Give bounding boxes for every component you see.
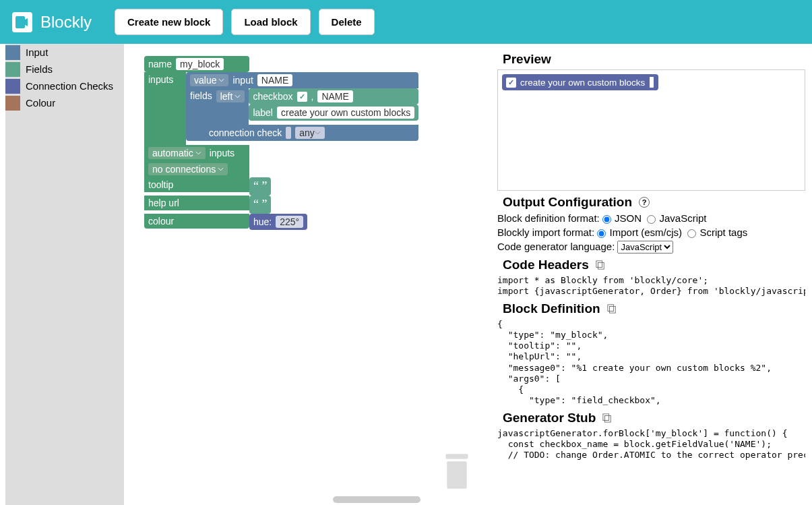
blockly-logo-icon [12, 12, 32, 32]
checkbox-field-block[interactable]: checkbox ✓ , NAME [249, 88, 418, 105]
hue-value-field[interactable]: 225° [276, 216, 303, 228]
block-name-field[interactable]: my_block [176, 58, 224, 70]
value-dropdown[interactable]: value [190, 74, 228, 86]
svg-rect-4 [609, 306, 615, 313]
svg-rect-7 [603, 413, 609, 420]
delete-button[interactable]: Delete [319, 9, 375, 35]
trash-icon[interactable] [442, 454, 472, 492]
copy-icon[interactable] [596, 260, 605, 270]
toolbox-item-input[interactable]: Input [5, 44, 124, 61]
create-block-button[interactable]: Create new block [115, 9, 223, 35]
preview-block[interactable]: ✓ create your own custom blocks [502, 74, 658, 90]
scroll-thumb-x[interactable] [333, 496, 420, 503]
brand-name: Blockly [40, 13, 92, 32]
toolbox-item-fields[interactable]: Fields [5, 61, 124, 78]
helpurl-text-block[interactable]: “ ” [249, 196, 271, 214]
help-icon[interactable]: ? [639, 197, 650, 208]
factory-block[interactable]: namemy_block inputs value input NAME fie… [144, 56, 418, 230]
connection-slot-icon [286, 127, 291, 139]
fields-align-dropdown[interactable]: left [216, 90, 245, 102]
radio-import-esm[interactable]: Import (esm/cjs) [597, 227, 682, 238]
load-block-button[interactable]: Load block [231, 9, 310, 35]
generator-language-select[interactable]: JavaScript [617, 241, 673, 254]
toolbox-item-colour[interactable]: Colour [5, 94, 124, 111]
checkbox-icon[interactable]: ✓ [297, 92, 307, 102]
copy-icon[interactable] [607, 304, 617, 314]
svg-rect-2 [598, 263, 604, 270]
swatch-icon [5, 96, 20, 111]
checkbox-icon[interactable]: ✓ [506, 78, 516, 88]
input-name-field[interactable]: NAME [257, 74, 292, 86]
copy-icon[interactable] [602, 413, 612, 423]
svg-rect-6 [605, 415, 611, 422]
header-bar: Blockly Create new block Load block Dele… [0, 0, 812, 44]
block-definition-code[interactable]: { "type": "my_block", "tooltip": "", "he… [497, 319, 805, 407]
generator-stub-title: Generator Stub [503, 411, 805, 425]
swatch-icon [5, 62, 20, 77]
output-config-title: Output Configuration ? [503, 195, 805, 210]
any-dropdown[interactable]: any [295, 127, 325, 139]
workspace[interactable]: namemy_block inputs value input NAME fie… [124, 44, 491, 505]
preview-title: Preview [503, 52, 805, 67]
svg-rect-1 [447, 461, 466, 488]
label-text-field[interactable]: create your own custom blocks [277, 107, 414, 119]
toolbox: Input Fields Connection Checks Colour [0, 44, 124, 505]
editor-column: Input Fields Connection Checks Colour na… [0, 44, 491, 505]
radio-javascript[interactable]: JavaScript [647, 212, 706, 224]
svg-rect-0 [446, 454, 468, 458]
auto-dropdown[interactable]: automatic [148, 147, 206, 159]
block-definition-title: Block Definition [503, 301, 805, 316]
output-panel: Preview ✓ create your own custom blocks … [491, 44, 812, 505]
radio-script-tags[interactable]: Script tags [687, 227, 747, 238]
value-slot-icon [649, 76, 654, 88]
radio-json[interactable]: JSON [602, 212, 642, 224]
svg-rect-5 [608, 304, 614, 311]
swatch-icon [5, 79, 20, 94]
code-headers-title: Code Headers [503, 258, 805, 272]
swatch-icon [5, 45, 20, 60]
generator-stub-code[interactable]: javascriptGenerator.forBlock['my_block']… [497, 428, 805, 461]
label-field-block[interactable]: label create your own custom blocks [249, 105, 418, 121]
preview-box[interactable]: ✓ create your own custom blocks [497, 69, 805, 191]
checkbox-name-field[interactable]: NAME [317, 90, 352, 102]
hue-block[interactable]: hue: 225° [249, 214, 307, 230]
connections-dropdown[interactable]: no connections [148, 163, 228, 175]
tooltip-text-block[interactable]: “ ” [249, 177, 271, 196]
code-headers-code[interactable]: import * as Blockly from 'blockly/core';… [497, 275, 805, 297]
svg-rect-3 [596, 261, 602, 268]
toolbox-item-connection-checks[interactable]: Connection Checks [5, 78, 124, 94]
